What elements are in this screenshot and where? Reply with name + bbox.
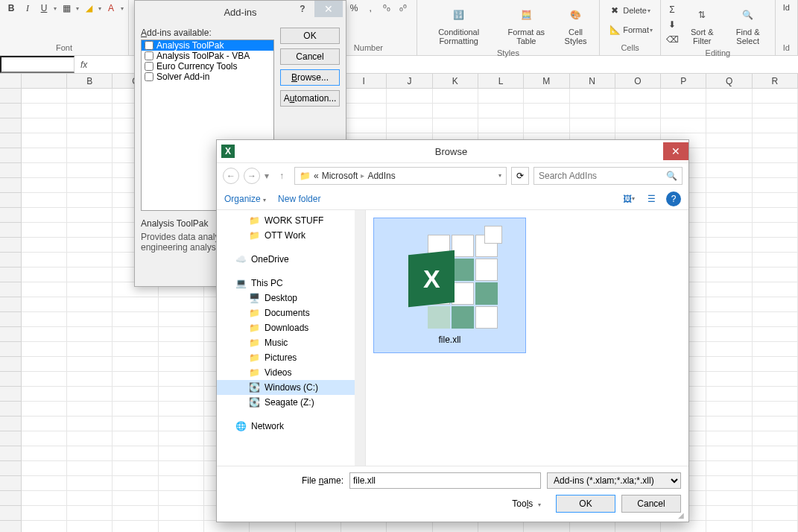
column-header[interactable] [22,74,67,88]
folder-icon: 📁 [248,323,260,333]
font-color-icon[interactable]: A [104,1,118,15]
cell-styles-button[interactable]: 🎨Cell Styles [557,1,595,47]
tree-node[interactable]: 📁Downloads [217,320,365,335]
preview-pane-button[interactable]: ☰ [644,191,659,206]
tree-node[interactable]: 💽Seagate (Z:) [217,395,365,410]
folder-icon: 📁 [248,230,260,241]
column-header[interactable]: O [615,74,661,88]
refresh-button[interactable]: ⟳ [511,167,529,185]
addins-checkbox[interactable] [145,51,153,60]
column-header[interactable]: P [661,74,706,88]
column-header[interactable]: J [387,74,432,88]
comma-button[interactable]: , [364,1,377,15]
close-button[interactable]: ✕ [314,1,343,17]
tree-node[interactable]: 📁Documents [217,305,365,320]
tools-menu[interactable]: Tools ▾ [512,498,541,509]
addins-checkbox[interactable] [145,41,153,50]
file-pane[interactable]: X file.xll [366,210,688,466]
delete-button[interactable]: ✖Delete▾ [604,1,653,19]
fill-icon[interactable]: ⬇ [665,18,679,31]
up-button[interactable]: ↑ [273,168,290,184]
file-filter-select[interactable]: Add-ins (*.xlam;*.xla;*.xll) [547,472,681,489]
new-folder-button[interactable]: New folder [278,194,320,204]
search-input[interactable] [539,171,662,181]
name-box[interactable] [0,56,75,73]
svg-text:X: X [225,146,231,156]
bold-button[interactable]: B [4,1,18,15]
ok-button[interactable]: OK [280,28,340,44]
nav-tree[interactable]: 📁WORK STUFF📁OTT Work☁️OneDrive💻This PC🖥️… [217,210,366,466]
format-icon: 📐 [607,22,622,37]
column-header[interactable]: Q [706,74,752,88]
browse-button[interactable]: Browse... [280,69,340,86]
column-header[interactable]: I [341,74,387,88]
cond-format-icon: 🔢 [447,3,471,27]
tree-node[interactable]: 📁WORK STUFF [217,213,365,228]
addins-list-item[interactable]: Solver Add-in [142,72,273,82]
breadcrumb[interactable]: 📁 « Microsoft ▸ AddIns ▾ [294,167,507,185]
column-header[interactable]: L [478,74,524,88]
addins-list-item[interactable]: Analysis ToolPak - VBA [142,51,273,61]
format-as-table-button[interactable]: 🧮Format as Table [499,1,554,47]
tree-node[interactable]: 📁OTT Work [217,228,365,243]
tree-node[interactable]: 🌐Network [217,419,365,434]
tree-node[interactable]: 💻This PC [217,276,365,291]
format-button[interactable]: 📐Format▾ [604,21,656,39]
row[interactable] [0,118,798,133]
increase-decimal-icon[interactable]: ⁰₀ [380,1,393,15]
search-box[interactable]: 🔍 [533,167,683,185]
organize-menu[interactable]: Organize ▾ [224,194,266,204]
sort-filter-button[interactable]: ⇅Sort & Filter [682,1,722,47]
automation-button[interactable]: Automation... [280,90,340,107]
fill-color-icon[interactable]: ◢ [82,1,95,15]
row[interactable] [0,521,798,532]
conditional-formatting-button[interactable]: 🔢Conditional Formatting [422,1,496,47]
decrease-decimal-icon[interactable]: ₀⁰ [396,1,410,15]
addins-checkbox[interactable] [145,62,153,71]
tree-node[interactable]: 🖥️Desktop [217,291,365,305]
group-styles-label: Styles [422,47,595,60]
help-button[interactable]: ? [292,1,313,17]
tree-node[interactable]: ☁️OneDrive [217,252,365,267]
underline-button[interactable]: U [37,1,51,15]
tree-node[interactable]: 📁Music [217,335,365,350]
browse-close-button[interactable]: ✕ [663,142,688,160]
help-icon[interactable]: ? [666,191,681,206]
fx-icon[interactable]: fx [75,60,93,70]
find-select-button[interactable]: 🔍Find & Select [725,1,770,47]
recent-dropdown-icon[interactable]: ▾ [265,171,269,181]
forward-button[interactable]: → [244,168,260,184]
cancel-button[interactable]: Cancel [280,48,340,65]
column-header[interactable]: N [570,74,615,88]
clear-icon[interactable]: ⌫ [665,33,679,46]
italic-button[interactable]: I [21,1,34,15]
tree-node[interactable]: 💽Windows (C:) [217,380,365,395]
styles-icon: 🎨 [564,3,588,27]
column-header[interactable]: R [753,74,798,88]
tree-node[interactable]: 📁Pictures [217,350,365,365]
pc-icon: 💻 [235,278,247,288]
column-header[interactable]: M [524,74,569,88]
addins-list-item[interactable]: Euro Currency Tools [142,61,273,72]
browse-cancel-button[interactable]: Cancel [621,495,681,513]
addins-list-item[interactable]: Analysis ToolPak [142,40,273,51]
border-icon[interactable]: ▦ [60,1,73,15]
drive-icon: 💽 [248,382,260,393]
filename-input[interactable] [349,472,541,489]
autosum-icon[interactable]: Σ [665,3,679,16]
tree-scrollbar[interactable] [355,210,365,466]
column-header[interactable]: K [433,74,478,88]
browse-ok-button[interactable]: OK [556,495,615,513]
row[interactable] [0,89,798,104]
view-mode-button[interactable]: 🖼 ▾ [621,191,636,206]
tree-node[interactable]: 📁Videos [217,365,365,380]
column-header[interactable]: B [67,74,113,88]
resize-grip-icon[interactable]: ◢ [678,511,687,520]
file-tile[interactable]: X file.xll [373,218,526,353]
addins-available-label: AAdd-ins available:dd-ins available: [141,28,274,38]
back-button[interactable]: ← [223,168,239,184]
percent-button[interactable]: % [347,1,361,15]
addins-checkbox[interactable] [145,72,153,81]
id-button[interactable]: Id [780,1,793,13]
row[interactable] [0,104,798,118]
